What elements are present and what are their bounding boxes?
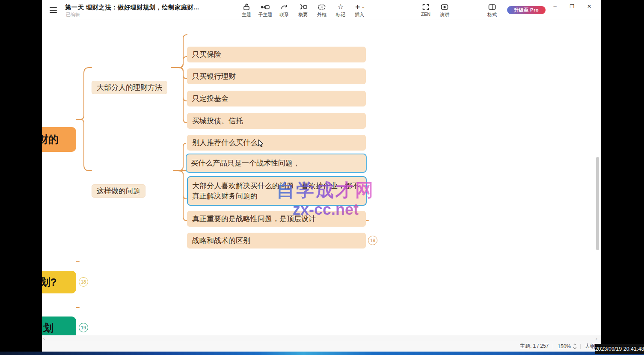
branch-node[interactable]: 这样做的问题: [92, 184, 145, 198]
outline-toggle[interactable]: 大纲: [585, 343, 595, 350]
statusbar-divider: [553, 344, 553, 349]
xmind-window: 第一天 理财之法：做好理财规划，绘制家庭财... 已编辑 主题 子主题: [42, 0, 601, 352]
topic-button[interactable]: 主题: [237, 3, 256, 18]
statusbar-divider: [580, 344, 581, 349]
minimize-button-icon[interactable]: ─: [546, 0, 564, 13]
format-button[interactable]: 格式: [483, 3, 502, 18]
relationship-icon: [280, 3, 288, 11]
zen-label: ZEN: [421, 12, 430, 17]
present-label: 演讲: [440, 12, 449, 18]
collapsed-count-badge[interactable]: 19: [79, 323, 88, 332]
close-button-icon[interactable]: ✕: [581, 0, 598, 13]
summary-button[interactable]: 概要: [294, 3, 312, 18]
subtopic-label: 子主题: [258, 12, 273, 18]
right-toolbar: ZEN 演讲: [416, 3, 454, 18]
hamburger-menu-icon[interactable]: [50, 7, 57, 13]
topic-label: 主题: [242, 12, 251, 18]
main-toolbar: 主题 子主题 联系 概: [237, 3, 369, 18]
mouse-cursor-icon: [258, 139, 264, 148]
summary-label: 概要: [298, 12, 308, 18]
boundary-button[interactable]: 外框: [312, 3, 331, 18]
taskbar-edge-strip: [0, 352, 644, 355]
video-frame: 第一天 理财之法：做好理财规划，绘制家庭财... 已编辑 主题 子主题: [0, 0, 644, 355]
presentation-play-icon: [440, 3, 449, 11]
zoom-stepper-icon[interactable]: [574, 344, 576, 349]
format-label: 格式: [487, 12, 497, 18]
subtopic-button[interactable]: 子主题: [256, 3, 275, 18]
zen-mode-icon: [421, 3, 430, 11]
vertical-scrollbar-thumb[interactable]: [596, 157, 599, 250]
topic-node[interactable]: 只定投基金: [187, 91, 366, 106]
zoom-level[interactable]: 150%: [558, 343, 571, 349]
subtopic-icon: [261, 3, 270, 11]
insert-plus-icon: ＋⌄: [354, 3, 365, 11]
yellow-topic-node[interactable]: 划?: [42, 271, 76, 293]
selected-topic-node[interactable]: 买什么产品只是一个战术性问题，: [186, 154, 367, 173]
collapsed-count-badge[interactable]: 18: [79, 277, 88, 287]
scroll-left-arrow-icon[interactable]: ‹: [43, 336, 45, 341]
maximize-button-icon[interactable]: ❐: [564, 0, 581, 13]
collapsed-count-badge[interactable]: 19: [368, 236, 377, 245]
relationship-button[interactable]: 联系: [275, 3, 294, 18]
boundary-icon: [318, 3, 326, 11]
topic-icon: [242, 3, 251, 11]
topic-counter: 主题: 1 / 257: [520, 343, 549, 350]
topic-node[interactable]: 只买银行理财: [187, 68, 366, 84]
marker-button[interactable]: ☆ 标记: [331, 3, 350, 18]
topic-node[interactable]: 买城投债、信托: [187, 113, 366, 129]
marker-star-icon: ☆: [338, 3, 344, 11]
titlebar: 第一天 理财之法：做好理财规划，绘制家庭财... 已编辑 主题 子主题: [42, 0, 601, 20]
selected-topic-node[interactable]: 大部分人喜欢解决买什么的问题，喜欢抄作业，都不真正解决财务问题的: [187, 176, 367, 206]
scroll-right-arrow-icon[interactable]: ›: [596, 336, 597, 341]
central-topic-node[interactable]: 财的: [42, 127, 76, 152]
format-panel-icon: [488, 3, 496, 11]
branch-node[interactable]: 大部分人的理财方法: [92, 81, 167, 94]
topic-node[interactable]: 战略和战术的区别: [187, 233, 366, 248]
summary-icon: [299, 3, 308, 11]
insert-label: 插入: [355, 12, 364, 18]
recording-timestamp: 2023/09/19 20:41:48: [595, 344, 644, 354]
insert-button[interactable]: ＋⌄ 插入: [350, 3, 369, 18]
zen-button[interactable]: ZEN: [416, 3, 435, 18]
upgrade-pro-button[interactable]: 升级至 Pro: [507, 6, 546, 14]
mindmap-canvas[interactable]: 财的 大部分人的理财方法 只买保险 只买银行理财 只定投基金 买城投债、信托 别…: [42, 20, 601, 336]
horizontal-scrollbar-track[interactable]: [42, 335, 601, 341]
topic-node[interactable]: 别人推荐什么买什么: [187, 135, 366, 151]
boundary-label: 外框: [317, 12, 326, 18]
edited-status: 已编辑: [66, 12, 80, 18]
statusbar: 主题: 1 / 257 150% 大纲: [42, 341, 601, 352]
topic-node[interactable]: 真正重要的是战略性问题，是顶层设计: [187, 211, 366, 227]
topic-node[interactable]: 只买保险: [187, 47, 366, 62]
document-title: 第一天 理财之法：做好理财规划，绘制家庭财...: [65, 3, 199, 12]
relationship-label: 联系: [279, 12, 289, 18]
present-button[interactable]: 演讲: [435, 3, 454, 18]
format-toolbar: 格式: [483, 3, 502, 18]
marker-label: 标记: [336, 12, 345, 18]
window-controls: ─ ❐ ✕: [546, 0, 598, 13]
